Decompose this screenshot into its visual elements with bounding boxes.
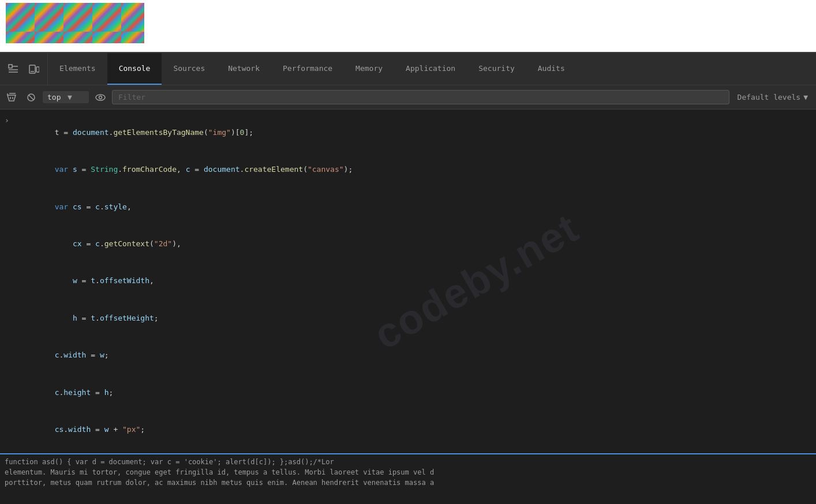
tab-elements[interactable]: Elements [48, 53, 107, 85]
svg-point-15 [99, 96, 102, 99]
prompt-icon: › [5, 115, 14, 127]
context-selector[interactable]: top ▼ [43, 91, 89, 103]
levels-label: Default levels [738, 93, 801, 101]
tab-sources[interactable]: Sources [162, 53, 216, 85]
eye-icon[interactable] [92, 89, 108, 106]
console-entry-1: › t = document.getElementsByTagName("img… [0, 114, 816, 151]
tab-memory[interactable]: Memory [344, 53, 394, 85]
status-line-3: porttitor, metus quam rutrum dolor, ac m… [5, 477, 811, 488]
tab-network[interactable]: Network [216, 53, 271, 85]
status-bar: function asd() { var d = document; var c… [0, 453, 816, 504]
inspect-element-icon[interactable] [5, 61, 22, 78]
clear-console-icon[interactable] [3, 89, 20, 106]
svg-marker-7 [8, 95, 16, 101]
status-line-1: function asd() { var d = document; var c… [5, 457, 811, 467]
svg-rect-4 [29, 65, 35, 73]
console-output: codeby.net › t = document.getElementsByT… [0, 110, 816, 453]
console-entry-6: h = t.offsetHeight; [0, 300, 816, 337]
svg-rect-5 [36, 67, 39, 72]
tab-application[interactable]: Application [394, 53, 467, 85]
device-toolbar-icon[interactable] [25, 61, 43, 78]
console-entry-5: w = t.offsetWidth, [0, 263, 816, 300]
page-preview [0, 0, 816, 52]
console-entry-3: var cs = c.style, [0, 189, 816, 225]
console-entry-2: var s = String.fromCharCode, c = documen… [0, 151, 816, 188]
tab-security[interactable]: Security [467, 53, 526, 85]
console-entry-4: cx = c.getContext("2d"), [0, 225, 816, 262]
chevron-down-icon: ▼ [68, 93, 84, 101]
svg-line-13 [29, 95, 33, 100]
console-entry-8: c.height = h; [0, 374, 816, 411]
console-toolbar: top ▼ Default levels ▼ [0, 85, 816, 110]
tab-performance[interactable]: Performance [271, 53, 344, 85]
levels-dropdown[interactable]: Default levels ▼ [733, 91, 813, 103]
svg-point-14 [96, 95, 105, 100]
devtools-icon-group [0, 53, 48, 85]
context-label: top [47, 93, 64, 101]
devtools-panel: Elements Console Sources Network Perform… [0, 52, 816, 504]
console-entry-9: cs.width = w + "px"; [0, 411, 816, 448]
tab-bar: Elements Console Sources Network Perform… [0, 53, 816, 85]
status-line-2: elementum. Mauris mi tortor, congue eget… [5, 467, 811, 477]
stop-recording-icon[interactable] [23, 89, 39, 106]
tab-audits[interactable]: Audits [526, 53, 577, 85]
page-thumbnail [6, 3, 144, 43]
chevron-down-icon: ▼ [803, 93, 808, 101]
console-entry-10: cs.height = h + "px"; [0, 449, 816, 453]
tab-console[interactable]: Console [107, 53, 162, 85]
filter-input[interactable] [112, 90, 729, 104]
console-entry-7: c.width = w; [0, 337, 816, 374]
svg-rect-0 [9, 65, 12, 68]
